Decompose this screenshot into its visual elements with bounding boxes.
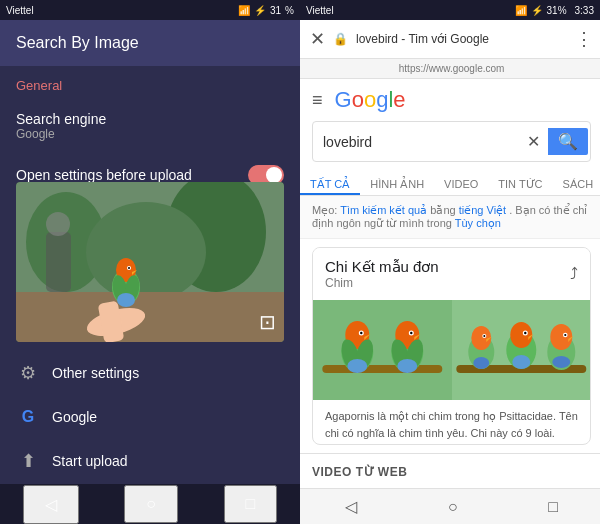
svg-point-3 (86, 202, 206, 302)
back-button-left[interactable]: ◁ (23, 485, 79, 524)
carrier-left: Viettel (6, 5, 34, 16)
browser-title: lovebird - Tim với Google (356, 32, 489, 46)
home-button-left[interactable]: ○ (124, 485, 178, 523)
hamburger-menu[interactable]: ≡ (312, 90, 323, 111)
menu-item-search-engine[interactable]: Search engine Google (0, 99, 300, 153)
tip-link-viet[interactable]: tiếng Việt (459, 204, 506, 216)
address-bar[interactable]: https://www.google.com (300, 59, 600, 79)
svg-rect-4 (16, 292, 284, 342)
result-subtitle: Chim (325, 276, 439, 290)
svg-point-54 (552, 356, 570, 368)
browser-close-button[interactable]: ✕ (310, 28, 325, 50)
left-header: Search By Image (0, 20, 300, 66)
svg-point-40 (483, 335, 485, 337)
status-bar-right: Viettel 📶⚡31% 3:33 (300, 0, 600, 20)
svg-rect-15 (46, 232, 71, 292)
left-menu: General Search engine Google Open settin… (0, 66, 300, 182)
bird-images-row (313, 300, 590, 400)
browser-top-bar: ✕ 🔒 lovebird - Tim với Google ⋮ (300, 20, 600, 59)
google-label: Google (52, 409, 97, 425)
svg-point-26 (347, 359, 367, 373)
settings-icon: ⚙ (16, 362, 40, 384)
search-engine-value: Google (16, 127, 106, 141)
svg-point-10 (128, 267, 130, 269)
menu-item-other-settings[interactable]: ⚙ Other settings (0, 350, 300, 396)
svg-rect-18 (322, 365, 442, 373)
svg-point-46 (524, 332, 526, 334)
tab-all[interactable]: TẤT CẢ (300, 170, 360, 195)
search-engine-label: Search engine (16, 111, 106, 127)
svg-point-48 (512, 355, 530, 369)
status-bar-left: Viettel 📶⚡31% (0, 0, 300, 20)
bird-image-container: ⊡ (16, 182, 284, 342)
bottom-menu: ⚙ Other settings G Google ⬆ Start upload (0, 350, 300, 484)
google-header: ≡ Google (300, 79, 600, 121)
tip-link-1[interactable]: Tìm kiếm kết quả (340, 204, 427, 216)
more-options-button[interactable]: ⋮ (575, 28, 593, 50)
status-icons-left: 📶⚡31% (238, 5, 294, 16)
svg-point-34 (397, 359, 417, 373)
bird-image-svg (16, 182, 284, 342)
carrier-right: Viettel (306, 5, 334, 16)
tabs-row: TẤT CẢ HÌNH ẢNH VIDEO TIN TỨC SÁCH (300, 170, 600, 196)
svg-point-22 (360, 332, 362, 334)
crop-icon[interactable]: ⊡ (259, 310, 276, 334)
video-section-title: VIDEO TỪ WEB (312, 465, 407, 479)
upload-icon: ⬆ (16, 450, 40, 472)
right-panel: ✕ 🔒 lovebird - Tim với Google ⋮ https://… (300, 20, 600, 524)
result-description: Agapornis là một chi chim trong họ Psitt… (313, 400, 590, 445)
svg-point-30 (410, 332, 412, 334)
search-bar: lovebird ✕ 🔍 (312, 121, 591, 162)
bird-image-right (452, 300, 591, 400)
open-settings-toggle[interactable] (248, 165, 284, 182)
open-settings-label: Open settings before upload (16, 167, 192, 182)
video-section: VIDEO TỪ WEB (300, 453, 600, 488)
tip-text-1: bằng (430, 204, 458, 216)
search-button[interactable]: 🔍 (548, 128, 588, 155)
recents-button-right[interactable]: □ (528, 490, 578, 524)
left-panel-title: Search By Image (16, 34, 139, 51)
menu-item-google[interactable]: G Google (0, 396, 300, 438)
tab-news[interactable]: TIN TỨC (488, 170, 552, 195)
recents-button-left[interactable]: □ (224, 485, 278, 523)
tab-books[interactable]: SÁCH (553, 170, 600, 195)
result-card: Chi Kết mẫu đơn Chim ⤴ (312, 247, 591, 445)
result-title: Chi Kết mẫu đơn (325, 258, 439, 276)
tab-images[interactable]: HÌNH ẢNH (360, 170, 434, 195)
tip-link-options[interactable]: Tùy chọn (455, 217, 501, 229)
svg-point-38 (471, 326, 491, 350)
nav-bar-left: ◁ ○ □ (0, 484, 300, 524)
status-icons-right: 📶⚡31% 3:33 (515, 5, 594, 16)
google-logo: Google (335, 87, 406, 113)
url-text: https://www.google.com (399, 63, 505, 74)
search-clear-button[interactable]: ✕ (527, 132, 540, 151)
menu-section-general: General (0, 66, 300, 99)
svg-point-42 (473, 357, 489, 369)
svg-point-14 (117, 293, 135, 307)
wikipedia-link[interactable]: Wikipedia (325, 443, 373, 445)
google-icon: G (16, 408, 40, 426)
menu-item-start-upload[interactable]: ⬆ Start upload (0, 438, 300, 484)
nav-bar-right: ◁ ○ □ (300, 488, 600, 524)
tip-bar: Mẹo: Tìm kiếm kết quả bằng tiếng Việt . … (300, 196, 600, 239)
lock-icon: 🔒 (333, 32, 348, 46)
svg-rect-17 (313, 300, 452, 400)
start-upload-label: Start upload (52, 453, 128, 469)
svg-point-50 (550, 324, 572, 350)
svg-point-52 (564, 334, 566, 336)
menu-item-open-settings[interactable]: Open settings before upload (0, 153, 300, 182)
svg-point-16 (46, 212, 70, 236)
home-button-right[interactable]: ○ (428, 490, 478, 524)
tab-video[interactable]: VIDEO (434, 170, 488, 195)
tip-prefix: Mẹo: (312, 204, 340, 216)
search-query: lovebird (323, 134, 519, 150)
back-button-right[interactable]: ◁ (325, 489, 377, 524)
share-icon[interactable]: ⤴ (570, 265, 578, 283)
bird-image-left (313, 300, 452, 400)
svg-point-44 (510, 322, 532, 348)
other-settings-label: Other settings (52, 365, 139, 381)
result-card-header: Chi Kết mẫu đơn Chim ⤴ (313, 248, 590, 300)
